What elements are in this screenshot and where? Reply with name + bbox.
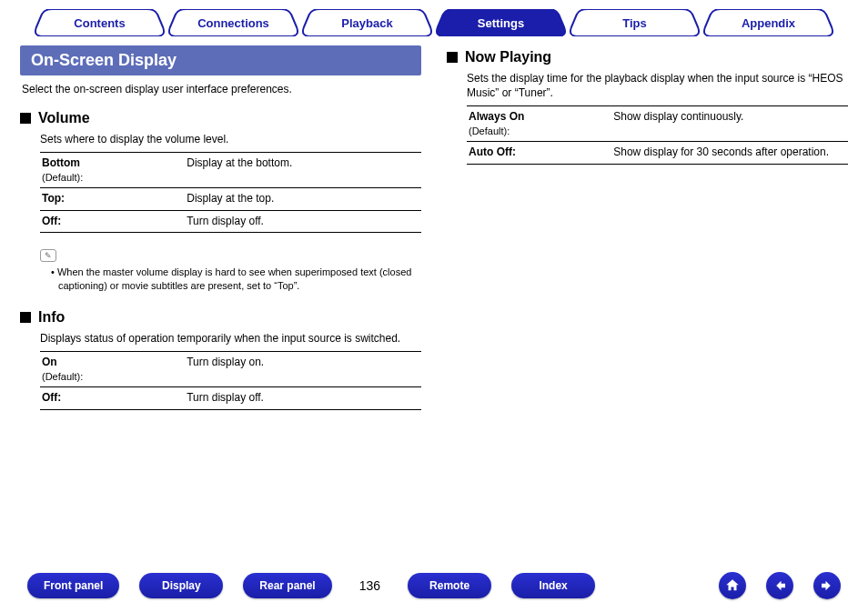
right-column: Now Playing Sets the display time for th…	[447, 45, 848, 410]
option-name: Top:	[42, 192, 65, 205]
rear-panel-button[interactable]: Rear panel	[243, 573, 331, 598]
option-name: On	[42, 356, 57, 368]
option-desc: Show display for 30 seconds after operat…	[611, 142, 848, 165]
tab-contents[interactable]: Contents	[33, 9, 167, 36]
table-row: Auto Off: Show display for 30 seconds af…	[467, 142, 848, 165]
footer-bar: Front panel Display Rear panel 136 Remot…	[0, 572, 868, 599]
tab-label: Playback	[341, 16, 392, 30]
table-row: Always On(Default): Show display continu…	[467, 106, 848, 142]
table-row: Off: Turn display off.	[40, 210, 421, 233]
option-name: Always On	[469, 110, 524, 123]
home-button[interactable]	[719, 572, 746, 599]
arrow-right-icon	[819, 577, 835, 594]
option-name: Off:	[42, 215, 61, 227]
bullet-icon	[447, 52, 458, 63]
section-heading: Info	[38, 309, 65, 326]
option-desc: Turn display on.	[185, 352, 421, 387]
tab-playback[interactable]: Playback	[300, 9, 434, 36]
front-panel-button[interactable]: Front panel	[27, 573, 119, 598]
option-desc: Display at the top.	[185, 188, 421, 211]
volume-options-table: Bottom(Default): Display at the bottom. …	[40, 152, 421, 233]
table-row: Top: Display at the top.	[40, 188, 421, 211]
section-heading: Now Playing	[465, 49, 551, 65]
option-desc: Turn display off.	[185, 387, 421, 410]
option-default: (Default):	[469, 125, 606, 137]
tab-appendix[interactable]: Appendix	[701, 9, 835, 36]
left-column: On-Screen Display Select the on-screen d…	[20, 45, 421, 410]
tab-label: Contents	[74, 16, 125, 30]
option-default: (Default):	[42, 370, 179, 383]
tab-connections[interactable]: Connections	[167, 9, 300, 36]
home-icon	[724, 577, 741, 594]
tab-label: Settings	[478, 16, 524, 30]
nowplaying-options-table: Always On(Default): Show display continu…	[467, 105, 848, 164]
option-name: Off:	[42, 391, 61, 404]
page-title: On-Screen Display	[20, 45, 421, 75]
section-heading: Volume	[38, 110, 90, 126]
arrow-left-icon	[772, 577, 788, 594]
prev-page-button[interactable]	[766, 572, 793, 599]
pencil-icon: ✎	[40, 249, 56, 262]
tab-settings[interactable]: Settings	[434, 9, 568, 36]
bullet-icon	[20, 312, 31, 323]
tab-label: Connections	[197, 16, 269, 30]
option-desc: Display at the bottom.	[185, 153, 421, 188]
option-default: (Default):	[42, 171, 179, 184]
intro-text: Select the on-screen display user interf…	[20, 83, 421, 95]
tab-label: Appendix	[742, 16, 795, 30]
section-sub: Sets where to display the volume level.	[40, 132, 421, 146]
note-text: • When the master volume display is hard…	[45, 266, 421, 293]
section-sub: Sets the display time for the playback d…	[467, 71, 848, 100]
section-sub: Displays status of operation temporarily…	[40, 331, 421, 346]
option-name: Bottom	[42, 156, 80, 169]
option-name: Auto Off:	[469, 145, 516, 158]
display-button[interactable]: Display	[139, 573, 223, 598]
tab-label: Tips	[622, 16, 647, 30]
option-desc: Turn display off.	[185, 210, 421, 233]
info-options-table: On(Default): Turn display on. Off: Turn …	[40, 351, 421, 409]
option-desc: Show display continuously.	[611, 106, 848, 142]
section-info: Info	[20, 309, 421, 326]
section-now-playing: Now Playing	[447, 49, 848, 65]
top-tabs: Contents Connections Playback Settings T…	[16, 9, 852, 36]
bullet-icon	[20, 113, 31, 124]
table-row: Bottom(Default): Display at the bottom.	[40, 153, 421, 188]
table-row: On(Default): Turn display on.	[40, 352, 421, 387]
tab-tips[interactable]: Tips	[568, 9, 701, 36]
index-button[interactable]: Index	[511, 573, 595, 598]
page-number: 136	[352, 578, 388, 593]
section-volume: Volume	[20, 110, 421, 126]
next-page-button[interactable]	[813, 572, 841, 599]
note-box: ✎ • When the master volume display is ha…	[40, 246, 421, 293]
table-row: Off: Turn display off.	[40, 387, 421, 410]
remote-button[interactable]: Remote	[408, 573, 491, 598]
